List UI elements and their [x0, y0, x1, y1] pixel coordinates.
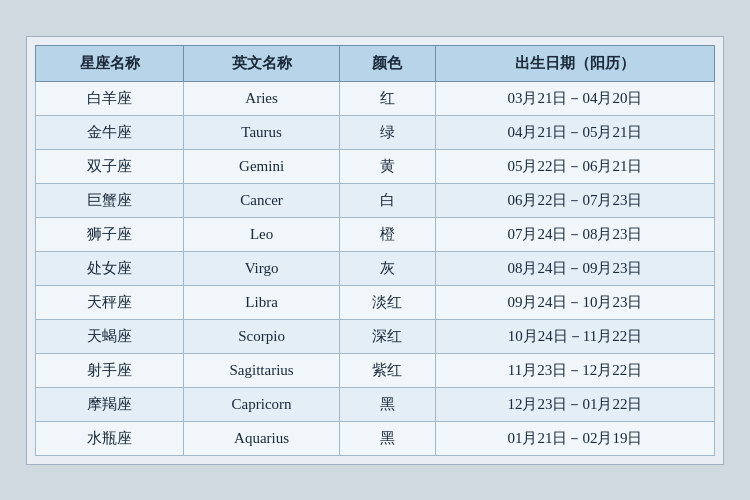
table-cell: 11月23日－12月22日: [435, 353, 714, 387]
table-header-row: 星座名称 英文名称 颜色 出生日期（阳历）: [36, 45, 715, 81]
table-cell: Aquarius: [184, 421, 340, 455]
table-cell: 红: [339, 81, 435, 115]
table-cell: 天蝎座: [36, 319, 184, 353]
table-cell: 09月24日－10月23日: [435, 285, 714, 319]
table-cell: Leo: [184, 217, 340, 251]
table-row: 巨蟹座Cancer白06月22日－07月23日: [36, 183, 715, 217]
table-cell: Cancer: [184, 183, 340, 217]
table-row: 天秤座Libra淡红09月24日－10月23日: [36, 285, 715, 319]
table-cell: 白羊座: [36, 81, 184, 115]
table-row: 处女座Virgo灰08月24日－09月23日: [36, 251, 715, 285]
table-cell: 05月22日－06月21日: [435, 149, 714, 183]
table-cell: 黑: [339, 387, 435, 421]
table-cell: 天秤座: [36, 285, 184, 319]
table-cell: 08月24日－09月23日: [435, 251, 714, 285]
table-row: 摩羯座Capricorn黑12月23日－01月22日: [36, 387, 715, 421]
table-cell: Gemini: [184, 149, 340, 183]
table-row: 双子座Gemini黄05月22日－06月21日: [36, 149, 715, 183]
table-cell: 射手座: [36, 353, 184, 387]
table-row: 金牛座Taurus绿04月21日－05月21日: [36, 115, 715, 149]
table-cell: 06月22日－07月23日: [435, 183, 714, 217]
zodiac-table-wrapper: 星座名称 英文名称 颜色 出生日期（阳历） 白羊座Aries红03月21日－04…: [26, 36, 724, 465]
table-cell: 淡红: [339, 285, 435, 319]
table-cell: 巨蟹座: [36, 183, 184, 217]
table-cell: Capricorn: [184, 387, 340, 421]
table-cell: 04月21日－05月21日: [435, 115, 714, 149]
table-cell: Taurus: [184, 115, 340, 149]
table-row: 水瓶座Aquarius黑01月21日－02月19日: [36, 421, 715, 455]
table-cell: Sagittarius: [184, 353, 340, 387]
table-row: 天蝎座Scorpio深红10月24日－11月22日: [36, 319, 715, 353]
table-cell: 水瓶座: [36, 421, 184, 455]
table-cell: 摩羯座: [36, 387, 184, 421]
table-cell: Libra: [184, 285, 340, 319]
col-header-color: 颜色: [339, 45, 435, 81]
col-header-chinese-name: 星座名称: [36, 45, 184, 81]
table-cell: 紫红: [339, 353, 435, 387]
table-cell: 03月21日－04月20日: [435, 81, 714, 115]
table-cell: 10月24日－11月22日: [435, 319, 714, 353]
table-cell: 07月24日－08月23日: [435, 217, 714, 251]
table-cell: 灰: [339, 251, 435, 285]
table-cell: 白: [339, 183, 435, 217]
table-row: 狮子座Leo橙07月24日－08月23日: [36, 217, 715, 251]
table-cell: 黄: [339, 149, 435, 183]
table-cell: Scorpio: [184, 319, 340, 353]
table-cell: Aries: [184, 81, 340, 115]
table-row: 射手座Sagittarius紫红11月23日－12月22日: [36, 353, 715, 387]
col-header-english-name: 英文名称: [184, 45, 340, 81]
table-cell: 处女座: [36, 251, 184, 285]
table-row: 白羊座Aries红03月21日－04月20日: [36, 81, 715, 115]
table-cell: 狮子座: [36, 217, 184, 251]
table-cell: 12月23日－01月22日: [435, 387, 714, 421]
table-cell: 深红: [339, 319, 435, 353]
table-cell: 双子座: [36, 149, 184, 183]
table-cell: Virgo: [184, 251, 340, 285]
table-cell: 金牛座: [36, 115, 184, 149]
table-cell: 橙: [339, 217, 435, 251]
table-cell: 01月21日－02月19日: [435, 421, 714, 455]
table-cell: 绿: [339, 115, 435, 149]
col-header-birthdate: 出生日期（阳历）: [435, 45, 714, 81]
zodiac-table: 星座名称 英文名称 颜色 出生日期（阳历） 白羊座Aries红03月21日－04…: [35, 45, 715, 456]
table-cell: 黑: [339, 421, 435, 455]
